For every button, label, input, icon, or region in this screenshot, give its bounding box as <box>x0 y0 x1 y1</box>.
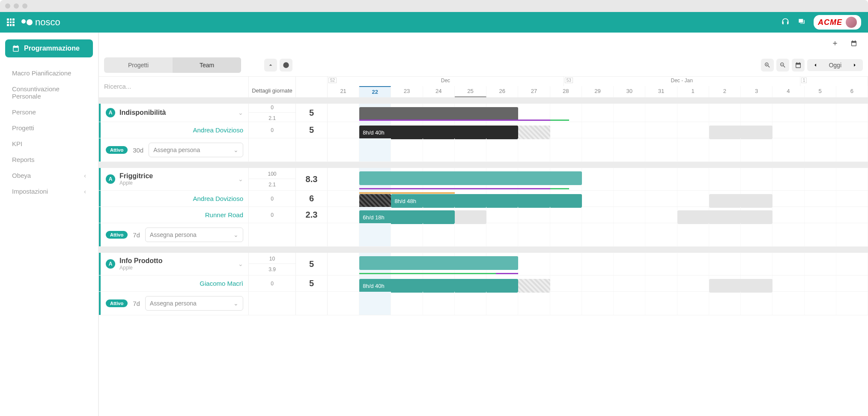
day-header[interactable]: 6 <box>836 86 868 97</box>
person-row[interactable]: Andrea Dovizioso <box>99 191 249 207</box>
allocation-bar[interactable] <box>359 107 518 121</box>
allocation-bar[interactable] <box>359 256 518 270</box>
project-title: Indisponibilità <box>119 109 234 117</box>
project-badge-icon: A <box>106 108 115 117</box>
duration-label: 7d <box>133 231 140 239</box>
person-name[interactable]: Andrea Dovizioso <box>193 126 243 134</box>
topbar: nosco ACME <box>0 12 868 33</box>
window-chrome <box>0 0 868 12</box>
assign-person-select[interactable]: Assegna persona ⌄ <box>149 143 243 157</box>
day-header[interactable]: 25 <box>455 86 486 97</box>
day-header[interactable]: 26 <box>486 86 518 97</box>
support-headset-icon[interactable] <box>781 18 790 27</box>
app-logo[interactable]: nosco <box>21 17 60 28</box>
assign-person-select[interactable]: Assegna persona ⌄ <box>145 296 243 311</box>
project-badge-icon: A <box>106 174 115 184</box>
day-header[interactable]: 1 <box>677 86 709 97</box>
allocation-bar[interactable] <box>359 194 391 208</box>
nav-item-programmazione[interactable]: Programmazione <box>5 39 93 57</box>
person-name[interactable]: Giacomo Macrì <box>200 280 243 287</box>
chevron-down-icon[interactable]: ⌄ <box>238 109 243 116</box>
nav-item[interactable]: Reports <box>5 152 93 168</box>
project-header[interactable]: A Info Prodotto Apple ⌄ <box>99 253 249 275</box>
status-pill: Attivo <box>106 146 128 154</box>
status-underline <box>359 120 550 121</box>
ghost-allocation <box>518 126 550 139</box>
day-header[interactable]: 2 <box>709 86 741 97</box>
summary-cell: 5 <box>296 122 328 138</box>
day-header[interactable]: 28 <box>550 86 582 97</box>
nav-item[interactable]: Impostazioni‹ <box>5 183 93 199</box>
person-row[interactable]: Andrea Dovizioso <box>99 122 249 138</box>
seg-team[interactable]: Team <box>173 57 241 73</box>
day-header[interactable]: 3 <box>741 86 773 97</box>
seg-projects[interactable]: Progetti <box>104 57 173 73</box>
day-header[interactable]: 27 <box>518 86 550 97</box>
search-input[interactable]: Ricerca... <box>99 77 248 96</box>
day-header[interactable]: 30 <box>614 86 645 97</box>
nav-item[interactable]: Macro Pianificazione <box>5 65 93 81</box>
day-header[interactable]: 21 <box>328 86 359 97</box>
day-header[interactable]: 22 <box>359 86 391 97</box>
person-name[interactable]: Andrea Dovizioso <box>193 195 243 202</box>
detail-cell: 0 <box>249 191 296 207</box>
ghost-allocation <box>709 279 773 293</box>
assign-person-select[interactable]: Assegna persona ⌄ <box>145 227 243 242</box>
allocation-bar[interactable]: 6h/d 18h <box>359 210 455 224</box>
person-row[interactable]: Giacomo Macrì <box>99 275 249 291</box>
collapse-up-button[interactable] <box>264 59 277 72</box>
today-button[interactable]: Oggi <box>823 59 847 71</box>
allocation-bar[interactable] <box>359 171 582 185</box>
nav-item[interactable]: Consuntivazione Personale <box>5 81 93 104</box>
person-name[interactable]: Runner Road <box>205 211 243 218</box>
company-badge[interactable]: ACME <box>814 15 861 30</box>
chevron-down-icon: ⌄ <box>233 300 239 307</box>
day-header[interactable]: 24 <box>423 86 455 97</box>
day-header[interactable]: 29 <box>582 86 614 97</box>
project-title: Friggitrice <box>119 172 234 180</box>
nav-item[interactable]: Progetti <box>5 120 93 136</box>
chevron-left-icon: ‹ <box>84 188 86 195</box>
allocation-bar[interactable]: 8h/d 40h <box>359 126 518 139</box>
time-mode-button[interactable] <box>280 59 292 72</box>
allocation-bar[interactable]: 8h/d 40h <box>359 279 518 293</box>
summary-cell: 5 <box>296 275 328 291</box>
user-avatar[interactable] <box>846 17 857 28</box>
chevron-down-icon[interactable]: ⌄ <box>238 176 243 183</box>
detail-cell: 0 <box>249 122 296 138</box>
zoom-out-button[interactable] <box>776 59 789 72</box>
summary-cell: 5 <box>296 104 328 122</box>
date-picker-button[interactable] <box>792 59 805 72</box>
nav-item[interactable]: KPI <box>5 136 93 152</box>
ghost-allocation <box>677 210 773 224</box>
apps-grid-icon[interactable] <box>7 18 15 26</box>
day-header[interactable]: 23 <box>391 86 423 97</box>
calendar-settings-icon[interactable] <box>847 37 860 50</box>
summary-cell: 8.3 <box>296 168 328 190</box>
summary-cell: 6 <box>296 191 328 207</box>
status-pill: Attivo <box>106 231 128 239</box>
nav-item[interactable]: Persone <box>5 104 93 120</box>
allocation-bar[interactable]: 8h/d 48h <box>391 194 582 208</box>
detail-cell: 02.1 <box>249 104 296 122</box>
week-number: 53 <box>565 78 573 83</box>
next-period-button[interactable] <box>847 59 863 71</box>
screen-share-icon[interactable] <box>797 18 806 27</box>
chevron-down-icon[interactable]: ⌄ <box>238 260 243 267</box>
day-header[interactable]: 31 <box>645 86 677 97</box>
person-row[interactable]: Runner Road <box>99 207 249 223</box>
prev-period-button[interactable] <box>807 59 823 71</box>
project-subtitle: Apple <box>119 180 234 186</box>
project-header[interactable]: A Friggitrice Apple ⌄ <box>99 168 249 190</box>
day-header[interactable]: 5 <box>805 86 836 97</box>
day-header[interactable]: 4 <box>773 86 804 97</box>
view-segment: Progetti Team <box>104 57 241 73</box>
chevron-down-icon: ⌄ <box>233 231 239 238</box>
project-header[interactable]: A Indisponibilità ⌄ <box>99 104 249 122</box>
nav-item[interactable]: Obeya‹ <box>5 168 93 183</box>
zoom-in-button[interactable] <box>761 59 774 72</box>
chevron-down-icon: ⌄ <box>233 147 239 153</box>
add-button[interactable] <box>829 37 841 50</box>
status-underline <box>550 120 570 121</box>
project-title: Info Prodotto <box>119 257 234 265</box>
